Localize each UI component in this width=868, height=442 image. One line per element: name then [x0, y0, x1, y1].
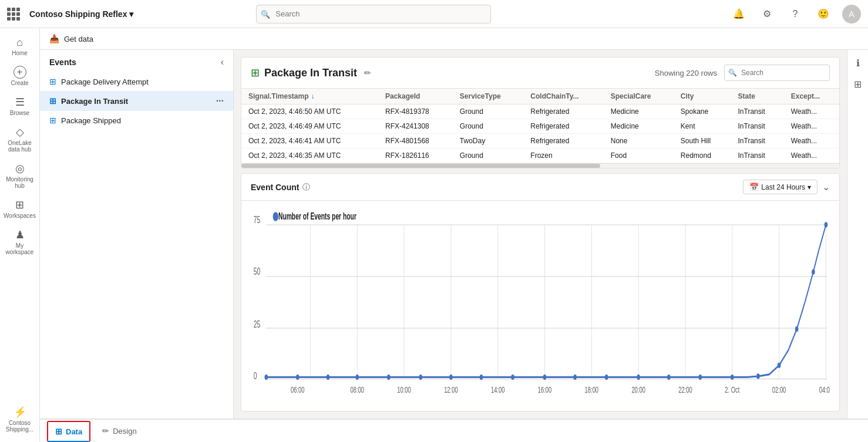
nav-label-contoso-shipping: Contoso Shipping... — [6, 420, 34, 433]
dot-4 — [355, 374, 359, 380]
table-title: Package In Transit — [264, 67, 357, 79]
dot-18 — [778, 363, 781, 368]
time-range-button[interactable]: 📅 Last 24 Hours ▾ — [743, 180, 817, 194]
search-input[interactable] — [256, 5, 491, 23]
bottom-tabs: ⊞ Data ✏ Design — [40, 419, 868, 442]
global-search: 🔍 — [256, 5, 491, 23]
nav-item-browse[interactable]: ☰ Browse — [4, 92, 36, 120]
dot-20 — [812, 269, 815, 275]
table-icon-shipped: ⊞ — [49, 116, 56, 125]
cell-except: Weath... — [784, 119, 839, 134]
chart-expand-button[interactable]: ⌄ — [822, 181, 830, 193]
design-tab-label: Design — [113, 427, 136, 436]
topbar: Contoso Shipping Reflex ▾ 🔍 🔔 ⚙ ? 🙂 A — [0, 0, 868, 28]
nav-item-my-workspace[interactable]: ♟ My workspace — [4, 225, 36, 259]
nav-label-monitoring: Monitoring hub — [6, 176, 34, 189]
col-coldchain[interactable]: ColdChainTy... — [523, 89, 603, 104]
col-city[interactable]: City — [674, 89, 731, 104]
events-title: Events — [49, 58, 76, 67]
data-view-icon[interactable]: ⊞ — [850, 76, 866, 92]
cell-serviceType: Ground — [453, 119, 524, 134]
event-item-package-in-transit[interactable]: ⊞ Package In Transit ··· — [40, 91, 233, 111]
dot-16 — [731, 374, 734, 380]
app-name[interactable]: Contoso Shipping Reflex ▾ — [29, 9, 133, 19]
chart-y-label-25: 25 — [254, 318, 261, 329]
x-label-0600: 06:00 — [291, 384, 304, 394]
nav-label-home: Home — [12, 50, 28, 56]
tab-design[interactable]: ✏ Design — [95, 421, 143, 441]
tab-data[interactable]: ⊞ Data — [47, 421, 90, 442]
cell-specialCare: Food — [604, 149, 674, 163]
dot-9 — [511, 374, 514, 380]
nav-item-home[interactable]: ⌂ Home — [4, 33, 36, 60]
dot-10 — [543, 374, 547, 380]
nav-item-monitoring[interactable]: ◎ Monitoring hub — [4, 158, 36, 193]
home-icon: ⌂ — [16, 36, 23, 49]
nav-item-contoso-shipping[interactable]: ⚡ Contoso Shipping... — [4, 402, 36, 437]
nav-label-workspaces: Workspaces — [4, 212, 36, 219]
col-packageid[interactable]: PackageId — [378, 89, 453, 104]
x-label-1000: 10:00 — [397, 384, 411, 394]
avatar[interactable]: A — [842, 5, 861, 23]
cell-packageId: RFX-1826116 — [378, 149, 453, 163]
col-state[interactable]: State — [731, 89, 784, 104]
data-table: Signal.Timestamp ↓ PackageId ServiceType… — [241, 89, 839, 163]
get-data-button[interactable]: Get data — [64, 35, 93, 43]
cell-except: Weath... — [784, 149, 839, 163]
below-getdata: Events ‹ ⊞ Package Delivery Attempt ⊞ Pa… — [40, 50, 868, 419]
topbar-icons: 🔔 ⚙ ? 🙂 A — [729, 5, 861, 23]
col-specialcare[interactable]: SpecialCare — [604, 89, 674, 104]
cell-packageId: RFX-4241308 — [378, 119, 453, 134]
time-range-chevron: ▾ — [808, 183, 811, 191]
dot-6 — [419, 374, 422, 380]
notification-icon[interactable]: 🔔 — [729, 5, 748, 23]
table-search-input[interactable] — [724, 65, 830, 81]
col-timestamp[interactable]: Signal.Timestamp ↓ — [241, 89, 378, 104]
create-icon: + — [14, 66, 26, 79]
edit-title-icon[interactable]: ✏ — [364, 68, 371, 77]
x-label-1200: 12:00 — [444, 384, 457, 394]
event-count-chart: 75 50 25 0 Number of Events per hour — [251, 207, 830, 406]
my-workspace-icon: ♟ — [15, 228, 25, 241]
col-servicetype[interactable]: ServiceType — [453, 89, 524, 104]
monitoring-icon: ◎ — [15, 162, 25, 175]
feedback-icon[interactable]: 🙂 — [814, 5, 833, 23]
event-label-transit: Package In Transit — [61, 97, 211, 106]
dot-1 — [264, 374, 268, 380]
collapse-sidebar-button[interactable]: ‹ — [221, 57, 224, 68]
x-label-1800: 18:00 — [585, 384, 598, 394]
cell-specialCare: Medicine — [604, 104, 674, 119]
row-count: Showing 220 rows — [655, 69, 717, 77]
event-item-package-delivery-attempt[interactable]: ⊞ Package Delivery Attempt — [40, 72, 233, 91]
cell-serviceType: Ground — [453, 149, 524, 163]
cell-except: Weath... — [784, 104, 839, 119]
cell-packageId: RFX-4819378 — [378, 104, 453, 119]
table-row: Oct 2, 2023, 4:46:41 AM UTCRFX-4801568Tw… — [241, 134, 839, 149]
cell-timestamp: Oct 2, 2023, 4:46:50 AM UTC — [241, 104, 378, 119]
dot-3 — [327, 374, 330, 380]
nav-item-workspaces[interactable]: ⊞ Workspaces — [4, 195, 36, 222]
x-label-2oct: 2. Oct — [725, 384, 739, 394]
chart-info-icon[interactable]: ⓘ — [302, 182, 310, 193]
apps-grid-icon[interactable] — [7, 8, 20, 21]
event-item-package-shipped[interactable]: ⊞ Package Shipped — [40, 111, 233, 130]
event-label-delivery: Package Delivery Attempt — [61, 77, 224, 86]
cell-except: Weath... — [784, 134, 839, 149]
settings-icon[interactable]: ⚙ — [758, 5, 776, 23]
dot-21 — [825, 222, 828, 227]
dot-15 — [699, 374, 702, 380]
help-icon[interactable]: ? — [786, 5, 805, 23]
info-panel-icon[interactable]: ℹ — [850, 55, 866, 71]
chart-header: Event Count ⓘ 📅 Last 24 Hours ▾ ⌄ — [241, 174, 839, 201]
more-options-transit[interactable]: ··· — [216, 96, 224, 106]
cell-state: InTransit — [731, 104, 784, 119]
nav-item-onelake[interactable]: ◇ OneLake data hub — [4, 122, 36, 156]
col-except[interactable]: Except... — [784, 89, 839, 104]
nav-item-create[interactable]: + Create — [4, 62, 36, 90]
get-data-bar: 📥 Get data — [40, 28, 868, 50]
chart-controls: 📅 Last 24 Hours ▾ ⌄ — [743, 180, 830, 194]
x-label-0200: 02:00 — [772, 384, 786, 394]
dot-5 — [387, 374, 391, 380]
dot-13 — [637, 374, 640, 380]
x-label-0400: 04:00 — [819, 384, 830, 394]
